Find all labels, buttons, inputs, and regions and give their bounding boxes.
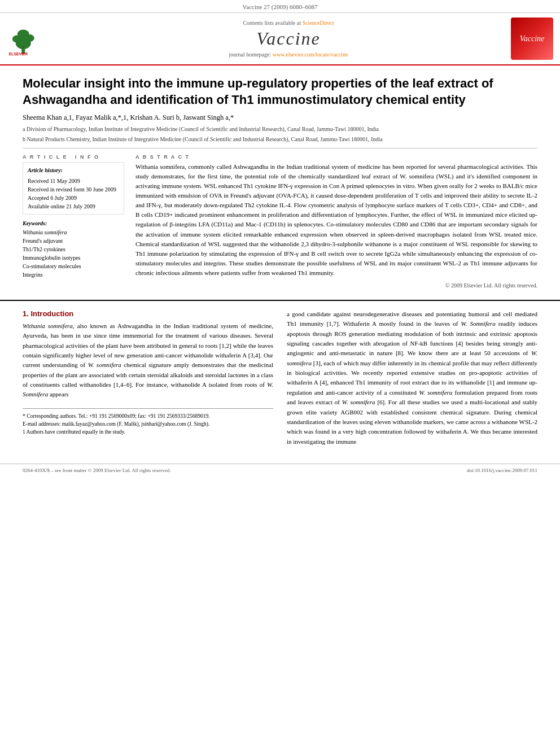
abstract-col: A B S T R A C T Withania somnifera, comm… <box>135 154 537 289</box>
authors: Sheema Khan a,1, Fayaz Malik a,*,1, Kris… <box>23 113 537 122</box>
svg-text:ELSEVIER: ELSEVIER <box>9 51 28 55</box>
affiliation-a: a Division of Pharmacology, Indian Insti… <box>23 125 537 133</box>
page: Vaccine 27 (2009) 6080–6087 ELSEVIER <box>0 0 560 747</box>
keyword-3: Th1/Th2 cytokines <box>23 245 124 254</box>
article-info-col: A R T I C L E I N F O Article history: R… <box>23 154 124 289</box>
sciencedirect-link[interactable]: ScienceDirect <box>302 20 334 26</box>
info-abstract-section: A R T I C L E I N F O Article history: R… <box>23 154 537 289</box>
keyword-5: Co-stimulatory molecules <box>23 262 124 270</box>
section1-title: 1. Introduction <box>23 309 273 318</box>
revised-date: Received in revised form 30 June 2009 <box>28 185 119 194</box>
keyword-4: Immunoglobulin isotypes <box>23 254 124 262</box>
article-header: Molecular insight into the immune up-reg… <box>0 65 560 301</box>
publisher-logo: ELSEVIER <box>7 22 75 56</box>
body-col-left: 1. Introduction Withania somnifera, also… <box>23 309 273 447</box>
contents-text: Contents lists available at <box>243 20 300 26</box>
divider <box>23 148 537 148</box>
journal-header: ELSEVIER Contents lists available at Sci… <box>0 13 560 65</box>
svg-rect-5 <box>23 46 24 47</box>
svg-point-4 <box>18 29 29 38</box>
vaccine-logo-container: Vaccine <box>502 18 553 60</box>
bottom-bar: 0264-410X/$ – see front matter © 2009 El… <box>0 464 560 477</box>
abstract-text: Withania somnifera, commonly called Ashw… <box>135 162 537 278</box>
homepage-label: journal homepage: <box>229 51 272 58</box>
received-date: Received 11 May 2009 <box>28 177 119 185</box>
section1-col2-text: a good candidate against neurodegenerati… <box>287 309 537 447</box>
article-title: Molecular insight into the immune up-reg… <box>23 76 537 108</box>
footnotes: * Corresponding authors. Tel.: +91 191 2… <box>23 408 273 436</box>
homepage-line: journal homepage: www.elsevier.com/locat… <box>75 51 502 58</box>
accepted-date: Accepted 6 July 2009 <box>28 194 119 202</box>
abstract-content: Withania somnifera, commonly called Ashw… <box>135 163 537 276</box>
citation-text: Vaccine 27 (2009) 6080–6087 <box>243 3 318 10</box>
footnote-note1: 1 Authors have contributed equally in th… <box>23 428 273 436</box>
keywords-label: Keywords: <box>23 220 124 226</box>
body-content: 1. Introduction Withania somnifera, also… <box>0 301 560 458</box>
article-info-heading: A R T I C L E I N F O <box>23 154 124 160</box>
sciencedirect-line: Contents lists available at ScienceDirec… <box>75 20 502 26</box>
elsevier-logo: ELSEVIER <box>7 22 41 56</box>
elsevier-tree-icon: ELSEVIER <box>7 22 41 56</box>
article-history-label: Article history: <box>28 166 119 174</box>
keywords-section: Keywords: Withania somnifera Freund's ad… <box>23 220 124 279</box>
two-col-body: 1. Introduction Withania somnifera, also… <box>23 309 537 447</box>
homepage-link[interactable]: www.elsevier.com/locate/vaccine <box>273 51 348 58</box>
journal-info-center: Contents lists available at ScienceDirec… <box>75 20 502 58</box>
copyright: © 2009 Elsevier Ltd. All rights reserved… <box>135 282 537 289</box>
vaccine-logo: Vaccine <box>511 18 553 60</box>
section1-heading: Introduction <box>30 309 73 318</box>
doi-text: doi:10.1016/j.vaccine.2009.07.011 <box>467 468 537 473</box>
citation-bar: Vaccine 27 (2009) 6080–6087 <box>0 0 560 13</box>
abstract-heading: A B S T R A C T <box>135 154 537 160</box>
online-date: Available online 21 July 2009 <box>28 202 119 211</box>
keyword-1: Withania somnifera <box>23 228 124 237</box>
footnote-corresponding: * Corresponding authors. Tel.: +91 191 2… <box>23 412 273 420</box>
affiliation-b: b Natural Products Chemistry, Indian Ins… <box>23 136 537 143</box>
article-info-box: Article history: Received 11 May 2009 Re… <box>23 162 124 215</box>
keyword-2: Freund's adjuvant <box>23 237 124 245</box>
body-col-right: a good candidate against neurodegenerati… <box>287 309 537 447</box>
section1-number: 1. <box>23 309 29 318</box>
footnote-email: E-mail addresses: malik.fayaz@yahoo.com … <box>23 420 273 428</box>
journal-name: Vaccine <box>75 28 502 49</box>
section1-col1-text: Withania somnifera, also known as Ashwag… <box>23 321 273 400</box>
issn-text: 0264-410X/$ – see front matter © 2009 El… <box>23 468 171 473</box>
keyword-6: Integrins <box>23 270 124 279</box>
